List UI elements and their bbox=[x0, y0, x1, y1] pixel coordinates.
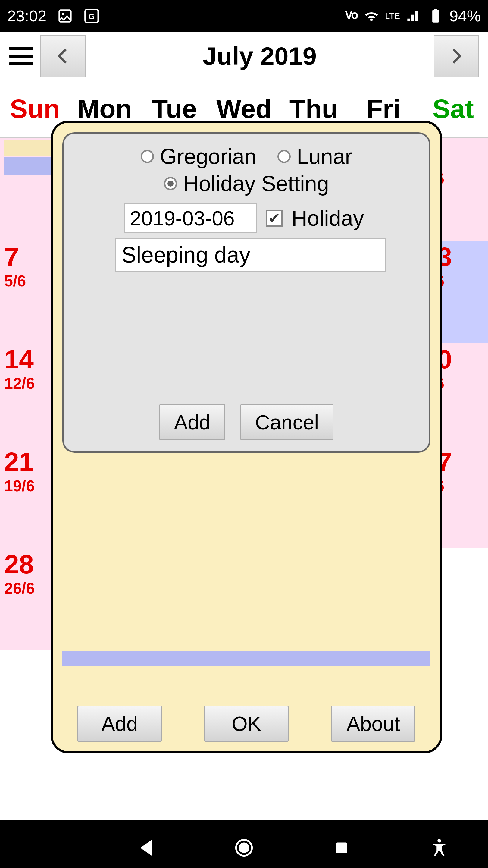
svg-rect-0 bbox=[59, 10, 71, 22]
svg-point-9 bbox=[437, 839, 441, 843]
gallery-icon bbox=[57, 8, 73, 24]
holiday-checkbox[interactable]: ✔ bbox=[266, 210, 283, 227]
radio-label: Holiday Setting bbox=[183, 171, 329, 196]
app-root: July 2019 Sun Mon Tue Wed Thu Fri Sat 1 … bbox=[0, 32, 488, 820]
wifi-icon bbox=[364, 8, 379, 24]
bottom-gap bbox=[0, 820, 488, 828]
outer-ok-button[interactable]: OK bbox=[204, 706, 289, 742]
translate-icon: G bbox=[84, 8, 99, 24]
holiday-setting-panel: Gregorian Lunar Holiday Setting 2019-03-… bbox=[62, 132, 430, 453]
svg-point-7 bbox=[239, 843, 248, 852]
inner-add-button[interactable]: Add bbox=[159, 404, 225, 440]
svg-rect-5 bbox=[434, 9, 437, 10]
month-title: July 2019 bbox=[86, 41, 434, 71]
radio-gregorian[interactable]: Gregorian bbox=[141, 144, 256, 169]
accessibility-icon[interactable] bbox=[429, 837, 450, 858]
radio-label: Lunar bbox=[297, 144, 352, 169]
settings-modal: Gregorian Lunar Holiday Setting 2019-03-… bbox=[51, 121, 442, 753]
date-input[interactable]: 2019-03-06 bbox=[124, 203, 257, 233]
prev-month-button[interactable] bbox=[40, 35, 86, 77]
outer-add-button[interactable]: Add bbox=[77, 706, 162, 742]
battery-icon bbox=[428, 8, 444, 24]
svg-rect-8 bbox=[336, 843, 347, 853]
svg-text:G: G bbox=[89, 12, 95, 21]
lte-icon: LTE bbox=[385, 12, 400, 20]
status-time: 23:02 bbox=[7, 7, 46, 25]
menu-icon[interactable] bbox=[9, 44, 33, 68]
home-icon[interactable] bbox=[233, 837, 255, 858]
outer-about-button[interactable]: About bbox=[331, 706, 415, 742]
svg-point-1 bbox=[62, 13, 64, 16]
recents-icon[interactable] bbox=[331, 837, 352, 858]
volte-icon: Vo bbox=[345, 8, 357, 24]
inner-cancel-button[interactable]: Cancel bbox=[240, 404, 334, 440]
app-header: July 2019 bbox=[0, 32, 488, 80]
signal-icon bbox=[406, 8, 422, 24]
radio-lunar[interactable]: Lunar bbox=[278, 144, 352, 169]
divider-strip bbox=[62, 651, 430, 666]
back-icon[interactable] bbox=[136, 837, 157, 858]
svg-rect-4 bbox=[432, 10, 439, 23]
holiday-checkbox-label: Holiday bbox=[292, 206, 364, 230]
next-month-button[interactable] bbox=[434, 35, 479, 77]
radio-label: Gregorian bbox=[160, 144, 256, 169]
event-name-input[interactable]: Sleeping day bbox=[115, 238, 386, 272]
status-bar: 23:02 G Vo LTE 94% bbox=[0, 0, 488, 32]
battery-percent: 94% bbox=[450, 7, 481, 25]
system-navbar bbox=[0, 828, 488, 868]
radio-holiday-setting[interactable]: Holiday Setting bbox=[164, 171, 329, 196]
